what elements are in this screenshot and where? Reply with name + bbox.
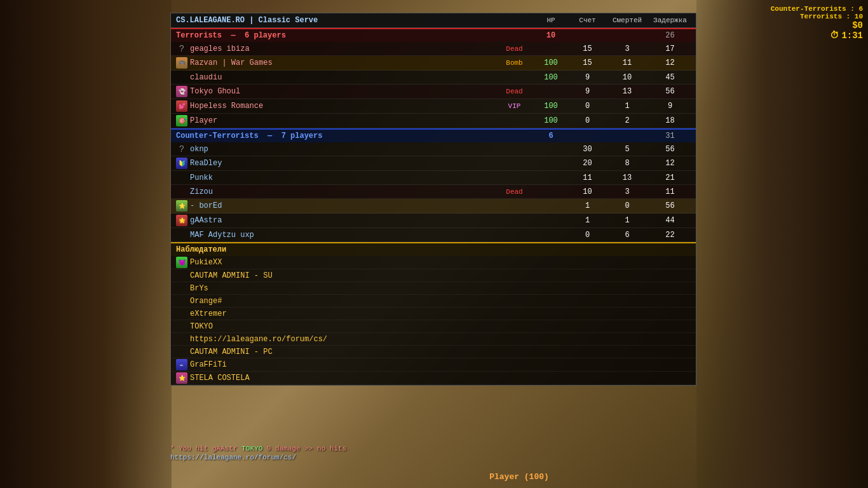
observer-name: STELA COSTELA xyxy=(190,374,691,383)
player-deaths: 6 xyxy=(605,231,649,240)
ct-team-header: Counter-Terrorists — 7 players 6 31 xyxy=(171,128,696,142)
player-score: 9 xyxy=(570,73,605,82)
player-score: 11 xyxy=(570,173,605,182)
player-deaths: 5 xyxy=(605,145,649,154)
observer-avatar: 😈 xyxy=(176,257,187,268)
chat-message: * You hit gAAstr TOKYO 0 damage >> no hi… xyxy=(170,445,361,452)
player-name: Punkk xyxy=(190,173,497,182)
player-deaths: 13 xyxy=(605,173,649,182)
player-score: 10 xyxy=(570,187,605,196)
player-name: ReaDley xyxy=(190,159,497,168)
ct-score: 6 xyxy=(532,132,570,140)
observer-name: https://laleagane.ro/forum/cs/ xyxy=(190,335,691,344)
list-item: https://laleagane.ro/forum/cs/ xyxy=(171,333,696,346)
observer-name: PukieXX xyxy=(190,258,691,267)
player-name: - borEd xyxy=(190,201,497,210)
terrorists-team-header: Terrorists — 6 players 10 26 xyxy=(171,28,696,42)
player-score: 0 xyxy=(570,102,605,111)
player-deaths: 8 xyxy=(605,159,649,168)
player-avatar: 👻 xyxy=(176,86,187,97)
table-row: 🔰 ReaDley 20 8 12 xyxy=(171,156,696,171)
player-status: Dead xyxy=(497,88,532,95)
hud-money: $0 xyxy=(771,20,863,30)
col-hp-header: HP xyxy=(532,17,570,24)
list-item: TOKYO xyxy=(171,320,696,333)
terrorists-label: Terrorists — 6 players xyxy=(176,31,532,40)
player-deaths: 0 xyxy=(605,201,649,210)
player-score: 0 xyxy=(570,231,605,240)
t-count: Terrorists : 10 xyxy=(771,13,863,20)
list-item: ✏️ GraFFiTi xyxy=(171,358,696,372)
scoreboard-panel: CS.LALEAGANE.RO | Classic Serve HP Счет … xyxy=(170,13,696,386)
player-latency: 56 xyxy=(649,145,691,154)
player-name: MAF Adytzu uxp xyxy=(190,231,497,240)
table-row: 🎯 Player 100 0 2 18 xyxy=(171,114,696,128)
list-item: CAUTAM ADMINI - SU xyxy=(171,269,696,282)
observer-name: TOKYO xyxy=(190,322,691,331)
player-latency: 12 xyxy=(649,159,691,168)
observer-avatar: ⭐ xyxy=(176,372,187,384)
server-title: CS.LALEAGANE.RO | Classic Serve xyxy=(176,16,318,25)
player-status: Bomb xyxy=(497,59,532,67)
table-row: ⭐ - borEd 1 0 56 xyxy=(171,199,696,214)
hud-timer: ⏱ 1:31 xyxy=(771,30,863,41)
player-hp: 100 xyxy=(532,58,570,67)
table-row: 🎮 Razvan | War Games Bomb 100 15 11 12 xyxy=(171,56,696,71)
terrorists-score: 10 xyxy=(532,31,570,40)
table-row: 💕 Hopeless Romance VIP 100 0 1 9 xyxy=(171,99,696,114)
player-score: 0 xyxy=(570,116,605,125)
table-row: Punkk 11 13 21 xyxy=(171,171,696,185)
player-avatar: 🎮 xyxy=(176,57,187,69)
player-avatar: ⭐ xyxy=(176,200,187,212)
table-row: claudiu 100 9 10 45 xyxy=(171,71,696,85)
list-item: ⭐ STELA COSTELA xyxy=(171,372,696,385)
table-row: Zizou Dead 10 3 11 xyxy=(171,185,696,199)
player-latency: 18 xyxy=(649,116,691,125)
player-name: Player xyxy=(190,116,497,125)
timer-value: 1:31 xyxy=(841,30,863,41)
player-hp: 100 xyxy=(532,116,570,125)
observer-avatar: ✏️ xyxy=(176,359,187,370)
observers-label: Наблюдатели xyxy=(176,245,226,254)
player-score: 9 xyxy=(570,87,605,96)
table-row: 🌟 gAAstra 1 1 44 xyxy=(171,214,696,228)
player-avatar: 🔰 xyxy=(176,158,187,169)
observer-name: CAUTAM ADMINI - PC xyxy=(190,348,691,356)
player-name: Hopeless Romance xyxy=(190,102,497,111)
player-status-bar: Player (100) xyxy=(170,472,868,482)
ct-count: Counter-Terrorists : 6 xyxy=(771,5,863,13)
player-latency: 17 xyxy=(649,44,691,53)
player-deaths: 1 xyxy=(605,216,649,225)
table-row: ? oknp 30 5 56 xyxy=(171,142,696,156)
player-deaths: 2 xyxy=(605,116,649,125)
column-headers: HP Счет Смертей Задержка xyxy=(532,17,691,24)
observer-name: BrYs xyxy=(190,284,691,293)
player-hp: 100 xyxy=(532,102,570,111)
player-latency: 56 xyxy=(649,201,691,210)
observer-name: CAUTAM ADMINI - SU xyxy=(190,271,691,280)
player-status: Dead xyxy=(497,188,532,196)
hud-panel: Counter-Terrorists : 6 Terrorists : 10 $… xyxy=(771,5,863,41)
player-score: 20 xyxy=(570,159,605,168)
player-score: 15 xyxy=(570,44,605,53)
player-name: Razvan | War Games xyxy=(190,58,497,67)
observer-name: GraFFiTi xyxy=(190,360,691,369)
player-avatar: 💕 xyxy=(176,100,187,112)
table-row: MAF Adytzu uxp 0 6 22 xyxy=(171,228,696,242)
timer-icon: ⏱ xyxy=(830,30,839,41)
list-item: Orange# xyxy=(171,295,696,308)
list-item: BrYs xyxy=(171,282,696,295)
player-score: 15 xyxy=(570,58,605,67)
avatar-question-icon: ? xyxy=(176,44,187,54)
chat-messages-panel: * You hit gAAstr TOKYO 0 damage >> no hi… xyxy=(170,445,361,463)
list-item: CAUTAM ADMINI - PC xyxy=(171,346,696,358)
chat-message: https://laleagane.ro/forum/cs/ xyxy=(170,454,361,461)
table-row: 👻 Tokyo Ghoul Dead 9 13 56 xyxy=(171,85,696,99)
player-status-text: Player (100) xyxy=(489,472,549,482)
player-deaths: 1 xyxy=(605,102,649,111)
server-title-bar: CS.LALEAGANE.RO | Classic Serve HP Счет … xyxy=(171,13,696,28)
player-name: Zizou xyxy=(190,187,497,196)
list-item: eXtremer xyxy=(171,308,696,320)
ct-label: Counter-Terrorists — 7 players xyxy=(176,132,532,140)
player-deaths: 13 xyxy=(605,87,649,96)
